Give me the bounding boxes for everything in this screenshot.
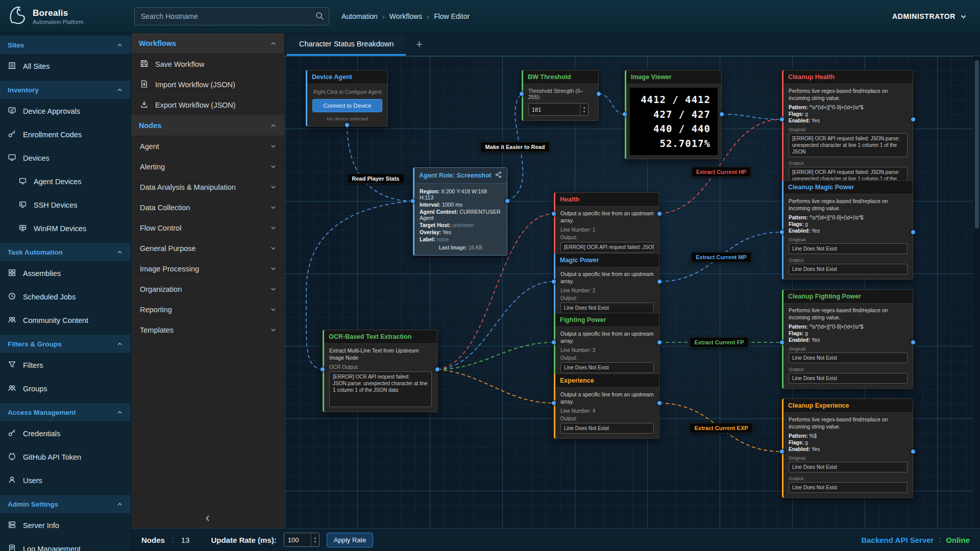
port-screenshot-in[interactable]: [410, 198, 415, 204]
port-ocr-out[interactable]: [435, 367, 440, 372]
sidebar-section-admin-settings[interactable]: Admin Settings: [0, 494, 131, 514]
node-cleanup-experience[interactable]: Cleanup Experience Performs live regex-b…: [782, 398, 913, 498]
port-fighting-in[interactable]: [551, 340, 556, 345]
port-magic-out[interactable]: [657, 279, 662, 284]
output-box[interactable]: Line Does Not Exist: [789, 373, 908, 384]
port-cleanup-experience-in[interactable]: [779, 449, 785, 454]
connect-to-device-button[interactable]: Connect to Device: [312, 99, 382, 112]
port-cleanup-magic-in[interactable]: [779, 230, 785, 235]
original-box[interactable]: [ERROR] OCR API request failed: JSON.par…: [789, 133, 908, 157]
sidebar-item-devices[interactable]: Devices: [0, 146, 131, 170]
node-category-agent[interactable]: Agent: [131, 136, 284, 157]
add-tab-button[interactable]: +: [406, 33, 432, 56]
tab-character-status-breakdown[interactable]: Character Status Breakdown: [287, 33, 406, 56]
sidebar-item-filters[interactable]: Filters: [0, 354, 131, 377]
node-fighting-power[interactable]: Fighting Power Output a specific line fr…: [554, 313, 659, 378]
export-workflow-button[interactable]: Export Workflow (JSON): [131, 95, 284, 115]
sidebar-section-task-automation[interactable]: Task Automation: [0, 242, 131, 262]
sidebar-item-community-content[interactable]: Community Content: [0, 309, 131, 332]
sidebar-item-users[interactable]: Users: [0, 469, 131, 492]
node-category-general-purpose[interactable]: General Purpose: [131, 238, 284, 259]
port-screenshot-out[interactable]: [505, 198, 510, 204]
node-health[interactable]: Health Output a specific line from an up…: [554, 192, 659, 258]
spinner-up-icon[interactable]: ▴: [583, 106, 585, 110]
number-spinner[interactable]: ▴ ▾: [580, 104, 588, 115]
node-experience[interactable]: Experience Output a specific line from a…: [554, 373, 659, 439]
port-health-out[interactable]: [657, 211, 662, 216]
original-box[interactable]: Line Does Not Exist: [789, 462, 908, 472]
port-magic-in[interactable]: [551, 279, 556, 284]
user-menu[interactable]: ADMINISTRATOR: [892, 12, 967, 20]
node-image-viewer[interactable]: Image Viewer 4412 / 4412 427 / 427 440 /…: [625, 70, 722, 159]
port-ocr-in[interactable]: [320, 367, 325, 372]
spinner-down-icon[interactable]: ▾: [583, 110, 585, 114]
port-bw-threshold-in[interactable]: [519, 91, 524, 96]
number-spinner[interactable]: ▴ ▾: [311, 533, 319, 546]
node-category-data-analysis[interactable]: Data Analysis & Manipulation: [131, 177, 284, 197]
original-box[interactable]: Line Does Not Exist: [789, 353, 908, 363]
node-category-alerting[interactable]: Alerting: [131, 157, 284, 177]
port-cleanup-fighting-out[interactable]: [911, 340, 916, 345]
node-agent-role-screenshot[interactable]: Agent Role: Screenshot Region: X:200 Y:4…: [413, 167, 507, 256]
canvas-scrollbar[interactable]: [973, 56, 980, 528]
sidebar-item-device-approvals[interactable]: Device Approvals: [0, 99, 131, 123]
sidebar-item-agent-devices[interactable]: Agent Devices: [0, 170, 131, 193]
sidebar-section-access-management[interactable]: Access Management: [0, 403, 131, 422]
nodes-header[interactable]: Nodes: [131, 115, 284, 136]
node-category-templates[interactable]: Templates: [131, 320, 284, 340]
port-image-viewer-in[interactable]: [622, 112, 627, 117]
search-input[interactable]: [134, 7, 329, 26]
sidebar-item-log-management[interactable]: Log Management: [0, 537, 131, 551]
scrollbar-thumb[interactable]: [975, 60, 979, 229]
output-box[interactable]: [ERROR] OCR API request failed: JSON.par: [560, 242, 654, 253]
port-image-viewer-out[interactable]: [719, 112, 724, 117]
sidebar-section-sites[interactable]: Sites: [0, 35, 131, 55]
original-box[interactable]: Line Does Not Exist: [789, 243, 908, 254]
workflows-header[interactable]: Workflows: [131, 33, 284, 54]
flow-canvas[interactable]: Device Agent Right-Click to Configure Ag…: [285, 56, 973, 528]
port-cleanup-fighting-in[interactable]: [779, 340, 785, 345]
ocr-output-box[interactable]: [ERROR] OCR API request failed: JSON.par…: [329, 371, 432, 407]
output-box[interactable]: Line Does Not Exist: [560, 362, 654, 373]
sidebar-item-groups[interactable]: Groups: [0, 377, 131, 400]
node-bw-threshold[interactable]: BW Threshold Threshold Strength (0–255):…: [522, 70, 599, 121]
search-icon[interactable]: [315, 11, 325, 23]
breadcrumb-automation[interactable]: Automation: [341, 12, 378, 20]
sidebar-item-scheduled-jobs[interactable]: Scheduled Jobs: [0, 285, 131, 309]
output-box[interactable]: Line Does Not Exist: [560, 423, 654, 434]
node-cleanup-health[interactable]: Cleanup Health Performs live regex-based…: [782, 70, 913, 196]
apply-rate-button[interactable]: Apply Rate: [327, 533, 374, 547]
sidebar-item-credentials[interactable]: Credentials: [0, 422, 131, 445]
share-icon[interactable]: [495, 171, 502, 180]
node-category-flow-control[interactable]: Flow Control: [131, 218, 284, 238]
spinner-down-icon[interactable]: ▾: [314, 540, 316, 544]
threshold-value-input[interactable]: [529, 104, 580, 115]
node-cleanup-magic-power[interactable]: Cleanup Magic Power Performs live regex-…: [782, 180, 913, 280]
port-experience-out[interactable]: [657, 400, 662, 406]
spinner-up-icon[interactable]: ▴: [314, 536, 316, 540]
port-cleanup-magic-out[interactable]: [911, 230, 916, 235]
sidebar-item-github-api-token[interactable]: GitHub API Token: [0, 445, 131, 469]
sidebar-item-ssh-devices[interactable]: SSH Devices: [0, 193, 131, 217]
port-cleanup-health-in[interactable]: [779, 117, 785, 122]
output-box[interactable]: Line Does Not Exist: [560, 303, 654, 313]
port-health-in[interactable]: [551, 211, 556, 216]
port-bw-threshold-out[interactable]: [596, 91, 601, 96]
import-workflow-button[interactable]: Import Workflow (JSON): [131, 74, 284, 95]
update-rate-input[interactable]: [284, 533, 311, 546]
node-category-image-processing[interactable]: Image Processing: [131, 259, 284, 279]
port-cleanup-experience-out[interactable]: [911, 449, 916, 454]
node-cleanup-fighting-power[interactable]: Cleanup Fighting Power Performs live reg…: [782, 289, 913, 389]
sidebar-item-all-sites[interactable]: All Sites: [0, 55, 131, 78]
sidebar-item-winrm-devices[interactable]: WinRM Devices: [0, 217, 131, 240]
node-category-organization[interactable]: Organization: [131, 279, 284, 299]
output-box[interactable]: Line Does Not Exist: [789, 264, 908, 274]
sidebar-section-filters-groups[interactable]: Filters & Groups: [0, 334, 131, 354]
port-cleanup-health-out[interactable]: [911, 117, 916, 122]
node-category-reporting[interactable]: Reporting: [131, 299, 284, 320]
node-device-agent[interactable]: Device Agent Right-Click to Configure Ag…: [306, 70, 388, 127]
sidebar-item-assemblies[interactable]: Assemblies: [0, 262, 131, 285]
breadcrumb-flow-editor[interactable]: Flow Editor: [434, 12, 470, 20]
collapse-panel-button[interactable]: [131, 509, 284, 528]
save-workflow-button[interactable]: Save Workflow: [131, 54, 284, 74]
